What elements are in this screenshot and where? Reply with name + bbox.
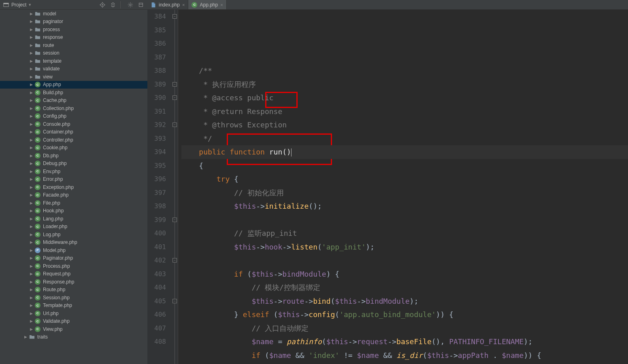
tree-item-Collection-php[interactable]: ▶CCollection.php: [0, 104, 147, 112]
chevron-right-icon[interactable]: ▶: [29, 272, 33, 276]
tree-item-Loader-php[interactable]: ▶CLoader.php: [0, 223, 147, 231]
chevron-right-icon[interactable]: ▶: [29, 296, 33, 300]
chevron-right-icon[interactable]: ▶: [29, 28, 33, 32]
target-icon[interactable]: [99, 2, 106, 8]
code-editor[interactable]: 3843853863873883893903913923933943953963…: [147, 10, 628, 364]
chevron-right-icon[interactable]: ▶: [29, 19, 33, 23]
chevron-right-icon[interactable]: ▶: [29, 43, 33, 47]
code-line[interactable]: $this->hook->listen('app_init');: [181, 240, 628, 254]
chevron-right-icon[interactable]: ▶: [29, 327, 33, 331]
tree-item-Build-php[interactable]: ▶CBuild.php: [0, 89, 147, 97]
tree-item-Controller-php[interactable]: ▶CController.php: [0, 136, 147, 144]
code-line[interactable]: public function run(): [181, 145, 628, 159]
chevron-right-icon[interactable]: ▶: [29, 264, 33, 268]
tree-item-Console-php[interactable]: ▶CConsole.php: [0, 120, 147, 128]
chevron-right-icon[interactable]: ▶: [29, 51, 33, 55]
chevron-right-icon[interactable]: ▶: [29, 280, 33, 284]
tree-item-Request-php[interactable]: ▶CRequest.php: [0, 270, 147, 278]
chevron-right-icon[interactable]: ▶: [29, 154, 33, 158]
chevron-right-icon[interactable]: ▶: [23, 335, 28, 339]
chevron-right-icon[interactable]: ▶: [29, 209, 33, 213]
code-line[interactable]: [181, 254, 628, 267]
chevron-right-icon[interactable]: ▶: [29, 288, 33, 292]
tree-item-view[interactable]: ▶view: [0, 73, 147, 81]
tree-item-View-php[interactable]: ▶CView.php: [0, 325, 147, 333]
tree-item-Env-php[interactable]: ▶CEnv.php: [0, 167, 147, 176]
code-line[interactable]: * @return Response: [181, 105, 628, 119]
code-line[interactable]: [181, 213, 628, 227]
tree-item-Template-php[interactable]: ▶CTemplate.php: [0, 302, 147, 310]
code-line[interactable]: // 模块/控制器绑定: [181, 281, 628, 294]
code-line[interactable]: // 监听app_init: [181, 226, 628, 240]
chevron-right-icon[interactable]: ▶: [29, 98, 33, 102]
chevron-right-icon[interactable]: ▶: [29, 130, 33, 134]
chevron-right-icon[interactable]: ▶: [29, 319, 33, 323]
tree-item-Session-php[interactable]: ▶CSession.php: [0, 294, 147, 302]
chevron-right-icon[interactable]: ▶: [29, 122, 33, 126]
chevron-right-icon[interactable]: ▶: [29, 35, 33, 39]
chevron-right-icon[interactable]: ▶: [29, 106, 33, 110]
chevron-right-icon[interactable]: ▶: [29, 303, 33, 307]
chevron-right-icon[interactable]: ▶: [29, 248, 33, 252]
tree-item-model[interactable]: ▶model: [0, 10, 147, 18]
tree-item-App-php[interactable]: ▶CApp.php: [0, 81, 147, 89]
tree-item-Url-php[interactable]: ▶CUrl.php: [0, 309, 147, 317]
chevron-right-icon[interactable]: ▶: [29, 233, 33, 237]
project-tree[interactable]: ▶model▶paginator▶process▶response▶route▶…: [0, 10, 147, 364]
fold-toggle-icon[interactable]: −: [172, 14, 177, 19]
tree-item-Db-php[interactable]: ▶CDb.php: [0, 152, 147, 160]
code-line[interactable]: // 入口自动绑定: [181, 322, 628, 335]
tree-item-Exception-php[interactable]: ▶CException.php: [0, 183, 147, 191]
code-line[interactable]: $name = pathinfo($this->request->baseFil…: [181, 335, 628, 349]
tree-item-session[interactable]: ▶session: [0, 49, 147, 57]
project-dropdown-icon[interactable]: ▼: [28, 3, 32, 7]
tree-item-Model-php[interactable]: ▶PModel.php: [0, 246, 147, 254]
chevron-right-icon[interactable]: ▶: [29, 138, 33, 142]
chevron-right-icon[interactable]: ▶: [29, 201, 33, 205]
tree-item-Debug-php[interactable]: ▶CDebug.php: [0, 160, 147, 168]
chevron-right-icon[interactable]: ▶: [29, 311, 33, 315]
tree-item-Hook-php[interactable]: ▶CHook.php: [0, 207, 147, 215]
close-icon[interactable]: ×: [182, 2, 185, 7]
chevron-right-icon[interactable]: ▶: [29, 146, 33, 150]
tree-item-route[interactable]: ▶route: [0, 41, 147, 49]
chevron-right-icon[interactable]: ▶: [29, 256, 33, 260]
tree-item-Cache-php[interactable]: ▶CCache.php: [0, 97, 147, 105]
code-line[interactable]: */: [181, 132, 628, 146]
tree-item-Facade-php[interactable]: ▶CFacade.php: [0, 191, 147, 199]
chevron-right-icon[interactable]: ▶: [29, 91, 33, 95]
tree-item-File-php[interactable]: ▶CFile.php: [0, 199, 147, 207]
chevron-right-icon[interactable]: ▶: [29, 217, 33, 221]
code-line[interactable]: if ($this->bindModule) {: [181, 267, 628, 281]
code-line[interactable]: $this->initialize();: [181, 199, 628, 213]
close-icon[interactable]: ×: [220, 2, 223, 7]
hide-panel-icon[interactable]: [138, 2, 144, 8]
tab-App-php[interactable]: CApp.php×: [188, 0, 226, 9]
tree-item-Lang-php[interactable]: ▶CLang.php: [0, 215, 147, 223]
tree-item-Container-php[interactable]: ▶CContainer.php: [0, 128, 147, 136]
chevron-right-icon[interactable]: ▶: [29, 177, 33, 181]
tree-item-Config-php[interactable]: ▶CConfig.php: [0, 112, 147, 121]
fold-toggle-icon[interactable]: −: [172, 299, 177, 303]
code-line[interactable]: * 执行应用程序: [181, 78, 628, 91]
chevron-right-icon[interactable]: ▶: [29, 193, 33, 197]
fold-toggle-icon[interactable]: −: [172, 258, 177, 262]
fold-toggle-icon[interactable]: −: [172, 123, 177, 127]
chevron-right-icon[interactable]: ▶: [29, 240, 33, 244]
chevron-right-icon[interactable]: ▶: [29, 114, 33, 118]
tree-item-Paginator-php[interactable]: ▶CPaginator.php: [0, 254, 147, 262]
chevron-right-icon[interactable]: ▶: [29, 224, 33, 229]
tab-index-php[interactable]: index.php×: [147, 0, 188, 9]
code-line[interactable]: * @access public: [181, 91, 628, 105]
code-line[interactable]: * @throws Exception: [181, 118, 628, 132]
fold-toggle-icon[interactable]: −: [172, 218, 177, 222]
code-area[interactable]: /** * 执行应用程序 * @access public * @return …: [178, 10, 628, 364]
chevron-right-icon[interactable]: ▶: [29, 161, 33, 165]
tree-item-Validate-php[interactable]: ▶CValidate.php: [0, 317, 147, 326]
fold-toggle-icon[interactable]: −: [172, 82, 177, 87]
tree-item-Route-php[interactable]: ▶CRoute.php: [0, 286, 147, 294]
chevron-right-icon[interactable]: ▶: [29, 12, 33, 16]
chevron-right-icon[interactable]: ▶: [29, 67, 33, 71]
tree-item-paginator[interactable]: ▶paginator: [0, 18, 147, 26]
tree-item-Log-php[interactable]: ▶CLog.php: [0, 231, 147, 239]
